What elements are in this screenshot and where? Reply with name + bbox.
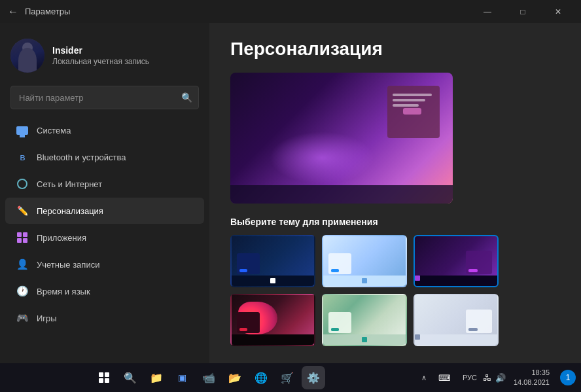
preview-banner	[230, 73, 453, 204]
nav-label-time: Время и язык	[37, 287, 90, 296]
game-icon: 🎮	[16, 312, 29, 325]
sidebar: Insider Локальная учетная запись 🔍 Систе…	[0, 23, 209, 363]
file-explorer-button[interactable]: 📁	[145, 366, 168, 389]
monitor-icon	[16, 124, 29, 137]
date: 14.08.2021	[514, 378, 550, 387]
preview-window	[387, 86, 440, 138]
taskbar-right: ∧ ⌨ РУС 🖧 🔊 18:35 14.08.2021 1	[417, 366, 581, 389]
settings-taskbar-button[interactable]: ⚙️	[302, 366, 325, 389]
nav-label-bluetooth: Bluetooth и устройства	[37, 152, 126, 162]
theme-card-colorful[interactable]	[230, 294, 315, 346]
sidebar-item-personalization[interactable]: ✏️ Персонализация	[5, 198, 204, 224]
notification-count: 1	[566, 373, 571, 382]
search-icon: 🔍	[181, 92, 192, 103]
store-icon: ▣	[178, 372, 186, 383]
title-bar-title: Параметры	[25, 7, 472, 16]
clock[interactable]: 18:35 14.08.2021	[508, 368, 555, 388]
tray-expand-button[interactable]: ∧	[417, 366, 431, 389]
tray-icons: 🖧 🔊	[483, 373, 506, 383]
sidebar-item-gaming[interactable]: 🎮 Игры	[5, 305, 204, 331]
keyboard-icon[interactable]: ⌨	[433, 366, 457, 389]
teams-icon: 📹	[202, 372, 215, 384]
tb-taskbar	[415, 276, 497, 286]
sidebar-item-network[interactable]: Сеть и Интернет	[5, 171, 204, 197]
tb-window	[328, 312, 351, 333]
search-taskbar-icon: 🔍	[124, 372, 137, 384]
time: 18:35	[514, 368, 550, 378]
store-button[interactable]: ▣	[171, 366, 194, 389]
volume-icon[interactable]: 🔊	[495, 373, 506, 383]
taskbar-center: 🔍 📁 ▣ 📹 📂 🌐 🛒 ⚙️	[0, 366, 417, 389]
ms-store-icon: 🛒	[281, 372, 294, 384]
edge-button[interactable]: 🌐	[249, 366, 273, 389]
close-button[interactable]: ✕	[543, 0, 573, 23]
main-content: Персонализация Выберите тему для примене…	[209, 23, 581, 363]
sidebar-item-apps[interactable]: Приложения	[5, 224, 204, 251]
theme-card-dark-blue[interactable]	[230, 235, 315, 287]
file-explorer-icon: 📁	[150, 372, 163, 384]
tb-taskbar	[415, 334, 497, 345]
maximize-button[interactable]: □	[508, 0, 538, 23]
preview-taskbar	[230, 185, 453, 204]
network-icon[interactable]: 🖧	[483, 373, 491, 383]
nav-label-network: Сеть и Интернет	[37, 179, 102, 189]
user-section[interactable]: Insider Локальная учетная запись	[0, 33, 209, 83]
search-box: 🔍	[10, 86, 199, 109]
user-info: Insider Локальная учетная запись	[52, 45, 199, 66]
back-button[interactable]: ←	[8, 6, 18, 18]
theme-card-light-gray[interactable]	[414, 294, 499, 346]
nav-label-apps: Приложения	[37, 233, 86, 243]
sidebar-item-system[interactable]: Система	[5, 117, 204, 143]
sidebar-item-accounts[interactable]: 👤 Учетные записи	[5, 251, 204, 277]
start-button[interactable]	[92, 366, 116, 389]
avatar	[10, 39, 44, 73]
taskbar: 🔍 📁 ▣ 📹 📂 🌐 🛒 ⚙️ ∧	[0, 363, 581, 392]
clock-icon: 🕐	[16, 285, 29, 298]
ms-store-button[interactable]: 🛒	[275, 366, 299, 389]
globe-icon	[16, 177, 29, 190]
nav-label-gaming: Игры	[37, 313, 57, 323]
sidebar-item-bluetooth[interactable]: ʙ Bluetooth и устройства	[5, 144, 204, 170]
user-icon: 👤	[16, 258, 29, 271]
nav-label-accounts: Учетные записи	[37, 260, 99, 270]
user-name: Insider	[52, 45, 199, 56]
theme-card-purple[interactable]	[414, 235, 499, 287]
files-button[interactable]: 📂	[223, 366, 247, 389]
grid-icon	[16, 231, 29, 244]
preview-glow	[270, 132, 374, 184]
windows-icon	[99, 372, 109, 383]
tb-window	[328, 253, 351, 274]
files-icon: 📂	[228, 372, 241, 384]
nav-label-system: Система	[37, 126, 71, 135]
language-indicator[interactable]: РУС	[459, 366, 480, 389]
tb-window	[237, 253, 260, 274]
theme-card-nature[interactable]	[322, 294, 407, 346]
notification-badge[interactable]: 1	[560, 370, 576, 385]
teams-button[interactable]: 📹	[197, 366, 220, 389]
paint-icon: ✏️	[16, 204, 29, 217]
title-bar: ← Параметры — □ ✕	[0, 0, 581, 23]
page-title: Персонализация	[230, 39, 560, 60]
tb-window	[466, 251, 492, 274]
settings-taskbar-icon: ⚙️	[307, 372, 320, 384]
tb-taskbar	[232, 276, 314, 286]
minimize-button[interactable]: —	[472, 0, 502, 23]
search-taskbar-button[interactable]: 🔍	[118, 366, 142, 389]
tb-window	[466, 310, 492, 333]
bluetooth-icon: ʙ	[16, 151, 29, 164]
search-input[interactable]	[10, 86, 199, 109]
themes-grid	[230, 235, 560, 346]
theme-card-light-blue[interactable]	[322, 235, 407, 287]
app-window: Insider Локальная учетная запись 🔍 Систе…	[0, 23, 581, 363]
tb-taskbar	[323, 276, 406, 286]
sidebar-item-time[interactable]: 🕐 Время и язык	[5, 278, 204, 304]
edge-icon: 🌐	[255, 372, 268, 384]
user-role: Локальная учетная запись	[52, 57, 199, 66]
nav-label-personalization: Персонализация	[37, 206, 103, 216]
window-controls: — □ ✕	[472, 0, 573, 23]
theme-section-label: Выберите тему для применения	[230, 217, 560, 227]
